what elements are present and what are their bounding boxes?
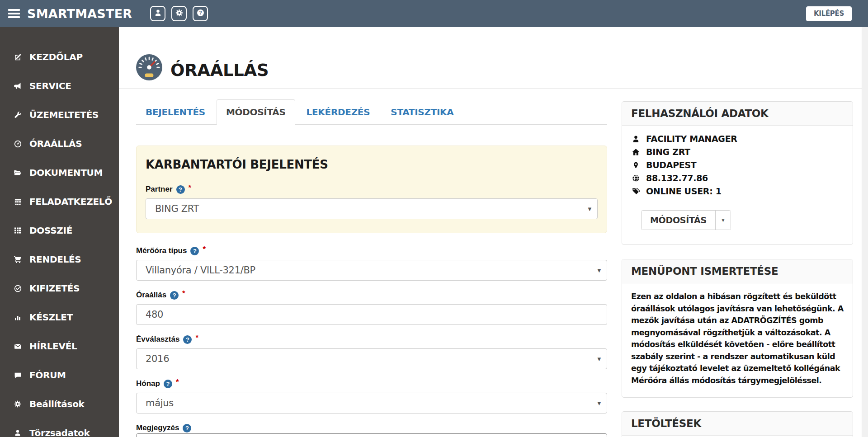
chevron-down-icon[interactable]: ▼ [715,211,731,230]
page-header: ÓRAÁLLÁS [119,27,868,89]
sidebar-item-oraallas[interactable]: ÓRAÁLLÁS [0,129,119,158]
chevron-down-icon: ▼ [598,268,601,273]
partner-field: Partner ? * BING ZRT ▼ [146,185,598,219]
sidebar-item-rendeles[interactable]: RENDELÉS [0,245,119,274]
modify-split-button: MÓDOSÍTÁS ▼ [641,210,731,230]
note-field: Megjegyzés ? [136,423,607,437]
user-row-name: FACILITY MANAGER [631,134,844,144]
logout-button[interactable]: KILÉPÉS [806,6,852,21]
sidebar-item-keszlet[interactable]: KÉSZLET [0,303,119,332]
help-icon[interactable]: ? [183,424,191,432]
reading-label: Óraállás [136,291,166,300]
gauge-icon [12,140,24,148]
edit-icon [12,53,24,61]
sidebar-item-dosszie[interactable]: DOSSZIÉ [0,216,119,245]
year-select[interactable]: 2016 ▼ [136,348,607,369]
menu-info-panel: MENÜPONT ISMERTETÉSE Ezen az oldalon a h… [622,259,853,398]
partner-label: Partner [146,185,173,194]
home-icon [631,148,640,156]
sidebar-item-kifizetes[interactable]: KIFIZETÉS [0,274,119,303]
help-icon[interactable]: ? [164,380,172,388]
wrench-icon [12,111,24,119]
sidebar-item-beallitasok[interactable]: Beállítások [0,390,119,418]
user-data-panel: FELHASZNÁLÓI ADATOK FACILITY MANAGER BIN… [622,101,853,245]
page-title: ÓRAÁLLÁS [170,59,269,82]
modify-button[interactable]: MÓDOSÍTÁS [642,211,715,230]
user-icon [154,9,162,18]
help-icon[interactable]: ? [190,247,199,255]
user-data-panel-title: FELHASZNÁLÓI ADATOK [622,102,853,126]
chevron-down-icon: ▼ [598,357,601,362]
section-title: KARBANTARTÓI BEJELENTÉS [146,158,598,171]
menu-toggle-icon[interactable] [8,7,20,20]
meter-type-field: Mérőóra típus ? * Villanyóra / VILL-321/… [136,246,607,281]
help-icon[interactable]: ? [170,291,179,300]
sidebar-item-forum[interactable]: FÓRUM [0,361,119,390]
cart-icon [12,255,24,263]
right-column: FELHASZNÁLÓI ADATOK FACILITY MANAGER BIN… [622,89,853,437]
maintainer-report-panel: KARBANTARTÓI BEJELENTÉS Partner ? * BING… [136,146,607,233]
month-label: Hónap [136,379,160,388]
gear-icon [175,9,183,18]
meter-type-label: Mérőóra típus [136,246,187,255]
user-row-ip: 88.132.77.86 [631,173,844,183]
help-button[interactable]: ? [193,6,208,21]
sidebar-item-kezdolap[interactable]: KEZDŐLAP [0,42,119,71]
check-circle-icon [12,285,24,292]
sidebar-item-service[interactable]: SERVICE [0,71,119,100]
sidebar-item-feladatkezelo[interactable]: FELADATKEZELŐ [0,187,119,216]
chevron-down-icon: ▼ [588,207,591,211]
tab-lekerdezes[interactable]: LEKÉRDEZÉS [297,99,380,125]
bullhorn-icon [12,82,24,90]
menu-info-panel-title: MENÜPONT ISMERTETÉSE [622,259,853,283]
map-marker-icon [631,161,640,169]
note-label: Megjegyzés [136,423,179,432]
gauge-icon [136,54,162,82]
form-column: BEJELENTÉS MÓDOSÍTÁS LEKÉRDEZÉS STATISZT… [136,89,607,437]
bar-chart-icon [12,314,24,321]
calendar-icon [12,198,24,206]
tags-icon [631,188,640,195]
required-marker: * [195,334,198,343]
note-textarea[interactable] [136,433,607,437]
tab-bejelentes[interactable]: BEJELENTÉS [136,99,215,125]
profile-button[interactable] [150,6,165,21]
help-icon[interactable]: ? [183,335,192,344]
sidebar-item-torzsadatok[interactable]: Törzsadatok [0,418,119,437]
menu-info-text: Ezen az oldalon a hibásan rögzített és b… [631,291,844,386]
required-marker: * [189,183,192,193]
downloads-panel: LETÖLTÉSEK A. TÖRZSADAT MODUL [622,411,853,437]
tab-bar: BEJELENTÉS MÓDOSÍTÁS LEKÉRDEZÉS STATISZT… [136,99,607,125]
settings-button[interactable] [171,6,187,21]
question-circle-icon: ? [197,9,204,18]
sidebar-item-dokumentum[interactable]: DOKUMENTUM [0,158,119,187]
required-marker: * [182,289,185,298]
user-row-online: ONLINE USER: 1 [631,186,844,196]
meter-type-select[interactable]: Villanyóra / VILL-321/BP ▼ [136,260,607,281]
comment-icon [12,371,24,379]
user-row-city: BUDAPEST [631,160,844,170]
year-label: Évválasztás [136,335,179,344]
tab-modositas[interactable]: MÓDOSÍTÁS [217,99,295,125]
app-brand[interactable]: SMARTMASTER [27,7,132,21]
year-field: Évválasztás ? * 2016 ▼ [136,335,607,369]
sidebar: KEZDŐLAP SERVICE ÜZEMELTETÉS ÓRAÁLLÁS DO… [0,27,119,437]
sidebar-item-hirlevel[interactable]: HÍRLEVÉL [0,332,119,361]
required-marker: * [203,245,206,254]
grid-icon [12,227,24,234]
scrollbar[interactable] [862,27,868,437]
help-icon[interactable]: ? [176,185,185,194]
main-content: ÓRAÁLLÁS BEJELENTÉS MÓDOSÍTÁS LEKÉRDEZÉS… [119,27,868,437]
user-icon [12,429,24,437]
reading-field: Óraállás ? * [136,291,607,325]
chevron-down-icon: ▼ [598,401,601,406]
sidebar-item-uzemeltetes[interactable]: ÜZEMELTETÉS [0,100,119,129]
required-marker: * [176,378,179,387]
tab-statisztika[interactable]: STATISZTIKA [381,99,463,125]
user-icon [631,135,640,143]
globe-icon [631,174,640,182]
month-field: Hónap ? * május ▼ [136,379,607,414]
reading-input[interactable] [136,304,607,325]
partner-select[interactable]: BING ZRT ▼ [146,198,598,219]
month-select[interactable]: május ▼ [136,393,607,414]
